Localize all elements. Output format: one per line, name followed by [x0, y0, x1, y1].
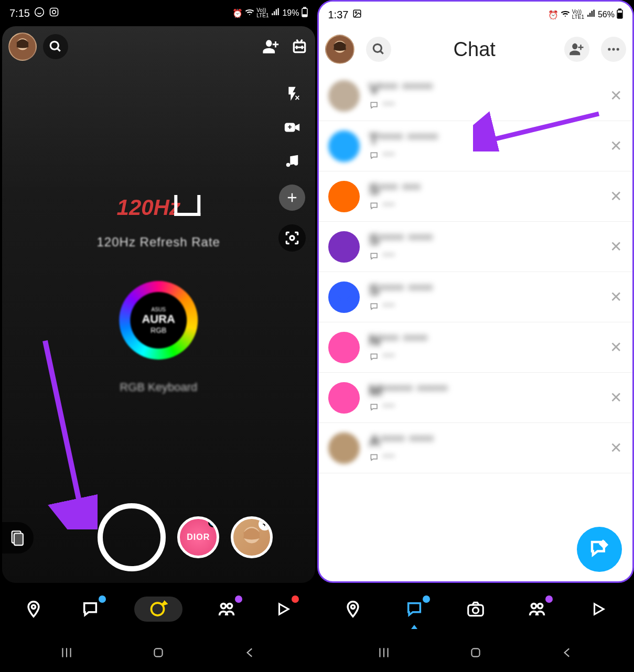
phone-chat-screen: 1:37 ⏰ Vo))LTE1 56% Chat — [317, 0, 635, 672]
phone-camera-screen: 7:15 ⏰ Vo))LTE1 19% 120Hz 120Hz Refresh … — [0, 0, 317, 672]
android-recents[interactable] — [377, 646, 391, 662]
stories-indicator — [235, 595, 242, 603]
chat-row[interactable]: M***** ***** *** ✕ — [319, 373, 633, 423]
chat-avatar — [328, 382, 360, 414]
chat-row[interactable]: S**** **** *** ✕ — [319, 222, 633, 272]
dismiss-button[interactable]: ✕ — [608, 89, 623, 103]
dismiss-button[interactable]: ✕ — [608, 139, 623, 154]
status-battery-pct: 56% — [598, 10, 615, 19]
active-indicator — [411, 625, 417, 629]
nav-camera[interactable] — [463, 597, 488, 622]
flash-off-button[interactable]: × — [282, 84, 302, 104]
android-recents[interactable] — [60, 646, 73, 662]
aura-ring: ASUS AURA RGB — [119, 281, 198, 360]
more-button[interactable] — [601, 37, 626, 62]
chat-status-icon — [369, 151, 380, 161]
chat-avatar — [328, 131, 360, 162]
svg-point-15 — [286, 163, 290, 167]
chat-subtitle: *** — [383, 150, 395, 162]
instagram-icon — [49, 7, 59, 20]
chat-status-icon — [369, 352, 380, 363]
svg-rect-28 — [155, 648, 163, 656]
android-home[interactable] — [469, 646, 482, 662]
svg-point-23 — [221, 604, 226, 609]
chat-row[interactable]: N*** **** *** ✕ — [319, 322, 633, 373]
chat-name: M***** ***** — [369, 382, 609, 399]
svg-rect-33 — [619, 9, 621, 10]
chat-row[interactable]: V*** ***** *** ✕ — [319, 71, 633, 121]
chat-name: T**** ***** — [369, 130, 609, 148]
profile-avatar[interactable] — [8, 32, 37, 61]
add-friend-button[interactable] — [564, 37, 589, 62]
nav-spotlight[interactable] — [271, 597, 296, 622]
compose-button[interactable] — [577, 527, 622, 572]
svg-point-21 — [32, 605, 36, 609]
chat-status-icon — [369, 403, 380, 413]
chat-avatar — [328, 432, 360, 464]
dismiss-button[interactable]: ✕ — [608, 240, 623, 254]
add-friend-button[interactable] — [262, 37, 281, 56]
stories-indicator — [545, 595, 553, 603]
svg-rect-56 — [471, 648, 479, 656]
profile-avatar[interactable] — [325, 35, 354, 64]
svg-point-24 — [228, 604, 232, 609]
svg-point-40 — [612, 48, 615, 50]
android-back[interactable] — [561, 646, 574, 662]
svg-point-46 — [338, 387, 350, 400]
svg-point-31 — [356, 12, 357, 13]
nav-chat[interactable] — [78, 597, 103, 622]
chat-row[interactable]: T**** ***** *** ✕ — [319, 121, 633, 171]
dismiss-button[interactable]: ✕ — [608, 189, 623, 204]
dismiss-button[interactable]: ✕ — [608, 290, 623, 305]
nav-map[interactable] — [21, 597, 46, 622]
alarm-icon: ⏰ — [232, 8, 243, 18]
nav-stories[interactable] — [524, 597, 550, 622]
video-plus-button[interactable]: + — [282, 117, 302, 137]
dismiss-button[interactable]: ✕ — [608, 441, 623, 456]
nav-spotlight[interactable] — [586, 597, 611, 622]
hz-badge: 120Hz — [117, 195, 200, 220]
svg-rect-4 — [304, 7, 306, 8]
chat-row[interactable]: S**** **** *** ✕ — [319, 272, 633, 322]
nav-stories[interactable] — [214, 597, 239, 622]
lens-face[interactable]: ✦ — [231, 516, 273, 558]
dismiss-button[interactable]: ✕ — [608, 340, 623, 355]
chat-header: Chat — [319, 28, 633, 71]
nav-camera-active[interactable] — [134, 597, 182, 622]
chat-indicator — [423, 595, 430, 603]
signal-icon — [586, 9, 596, 20]
android-back[interactable] — [243, 646, 257, 662]
nav-map[interactable] — [340, 597, 366, 622]
lens-dior[interactable]: DIOR — [177, 516, 219, 558]
chat-name: S**** **** — [369, 231, 609, 248]
scan-button[interactable] — [278, 224, 306, 252]
chat-indicator — [99, 595, 106, 603]
android-home[interactable] — [152, 646, 165, 662]
chat-row[interactable]: A**** **** *** ✕ — [319, 423, 633, 473]
svg-text:×: × — [295, 93, 299, 102]
dismiss-button[interactable]: ✕ — [608, 391, 623, 405]
bottom-nav — [0, 583, 317, 635]
chat-list: V*** ***** *** ✕ T**** ***** *** ✕ S*** … — [319, 71, 633, 581]
music-button[interactable] — [282, 151, 302, 171]
svg-point-39 — [608, 48, 610, 50]
chat-avatar — [328, 181, 360, 212]
chat-avatar — [328, 281, 360, 313]
chat-row[interactable]: S*** *** *** ✕ — [319, 171, 633, 222]
camera-viewfinder: 120Hz 120Hz Refresh Rate ASUS AURA RGB R… — [2, 26, 315, 583]
svg-point-43 — [338, 236, 350, 249]
chat-status-icon — [369, 252, 380, 262]
add-tool-button[interactable] — [279, 185, 305, 211]
bottom-nav — [317, 583, 635, 635]
svg-point-2 — [52, 10, 56, 14]
nav-chat-active[interactable] — [402, 597, 427, 622]
svg-point-17 — [290, 236, 294, 240]
search-button[interactable] — [43, 34, 68, 59]
flip-camera-button[interactable] — [290, 37, 309, 56]
battery-icon — [302, 7, 308, 19]
svg-point-16 — [294, 161, 298, 166]
capture-button[interactable] — [98, 503, 166, 571]
chat-subtitle: *** — [383, 402, 395, 414]
chat-subtitle: *** — [383, 301, 395, 313]
search-button[interactable] — [366, 37, 391, 62]
